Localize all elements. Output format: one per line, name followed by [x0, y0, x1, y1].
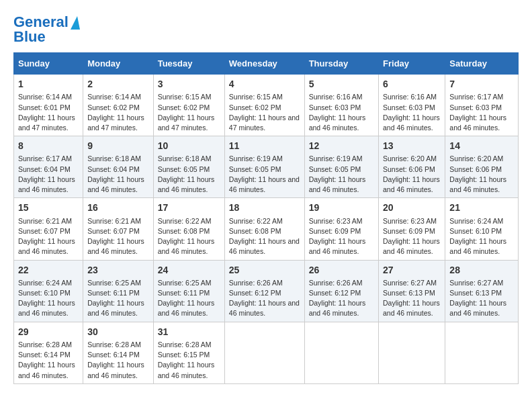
daylight-label: Daylight: 11 hours and 47 minutes. [87, 113, 144, 132]
sunrise-label: Sunrise: 6:23 AM [309, 217, 363, 225]
daylight-label: Daylight: 11 hours and 47 minutes. [229, 113, 300, 132]
sunrise-label: Sunrise: 6:20 AM [449, 154, 503, 163]
daylight-label: Daylight: 11 hours and 46 minutes. [309, 175, 366, 193]
day-cell: 25Sunrise: 6:26 AMSunset: 6:12 PMDayligh… [224, 260, 304, 322]
sunrise-label: Sunrise: 6:25 AM [158, 279, 212, 287]
week-row-3: 15Sunrise: 6:21 AMSunset: 6:07 PMDayligh… [14, 198, 519, 260]
col-header-friday: Friday [379, 53, 445, 75]
day-number: 25 [229, 263, 300, 277]
week-row-2: 8Sunrise: 6:17 AMSunset: 6:04 PMDaylight… [14, 136, 519, 198]
daylight-label: Daylight: 11 hours and 46 minutes. [158, 361, 215, 379]
sunrise-label: Sunrise: 6:28 AM [158, 340, 212, 349]
sunset-label: Sunset: 6:10 PM [18, 289, 71, 297]
day-cell: 17Sunrise: 6:22 AMSunset: 6:08 PMDayligh… [153, 198, 224, 260]
sunrise-label: Sunrise: 6:15 AM [158, 93, 212, 101]
sunset-label: Sunset: 6:07 PM [87, 227, 140, 235]
day-cell: 31Sunrise: 6:28 AMSunset: 6:15 PMDayligh… [153, 322, 224, 383]
day-cell: 26Sunrise: 6:26 AMSunset: 6:12 PMDayligh… [304, 260, 378, 322]
day-number: 18 [229, 201, 300, 214]
day-cell: 14Sunrise: 6:20 AMSunset: 6:06 PMDayligh… [445, 136, 519, 198]
daylight-label: Daylight: 11 hours and 47 minutes. [18, 113, 75, 132]
day-number: 24 [158, 263, 220, 277]
sunrise-label: Sunrise: 6:24 AM [18, 279, 72, 287]
sunrise-label: Sunrise: 6:27 AM [449, 279, 503, 287]
day-number: 21 [449, 201, 514, 214]
sunrise-label: Sunrise: 6:26 AM [309, 279, 363, 287]
sunset-label: Sunset: 6:14 PM [87, 351, 140, 359]
sunrise-label: Sunrise: 6:28 AM [18, 340, 72, 349]
sunrise-label: Sunrise: 6:16 AM [309, 93, 363, 101]
sunset-label: Sunset: 6:06 PM [383, 165, 435, 173]
calendar-header-row: SundayMondayTuesdayWednesdayThursdayFrid… [14, 53, 519, 75]
day-number: 15 [18, 201, 79, 214]
col-header-wednesday: Wednesday [224, 53, 304, 75]
sunset-label: Sunset: 6:12 PM [229, 289, 281, 297]
sunrise-label: Sunrise: 6:18 AM [87, 154, 141, 163]
daylight-label: Daylight: 11 hours and 46 minutes. [383, 113, 440, 132]
day-number: 26 [309, 263, 374, 277]
day-cell: 9Sunrise: 6:18 AMSunset: 6:04 PMDaylight… [83, 136, 154, 198]
logo-icon [71, 16, 80, 30]
day-number: 8 [18, 139, 79, 152]
daylight-label: Daylight: 11 hours and 46 minutes. [158, 237, 215, 255]
week-row-1: 1Sunrise: 6:14 AMSunset: 6:01 PMDaylight… [14, 75, 519, 136]
sunrise-label: Sunrise: 6:17 AM [449, 93, 503, 101]
day-cell: 21Sunrise: 6:24 AMSunset: 6:10 PMDayligh… [445, 198, 519, 260]
day-cell: 23Sunrise: 6:25 AMSunset: 6:11 PMDayligh… [83, 260, 154, 322]
day-cell: 24Sunrise: 6:25 AMSunset: 6:11 PMDayligh… [153, 260, 224, 322]
sunrise-label: Sunrise: 6:22 AM [158, 217, 212, 225]
calendar-table: SundayMondayTuesdayWednesdayThursdayFrid… [13, 52, 519, 384]
day-cell: 13Sunrise: 6:20 AMSunset: 6:06 PMDayligh… [379, 136, 445, 198]
daylight-label: Daylight: 11 hours and 46 minutes. [18, 175, 75, 193]
sunset-label: Sunset: 6:04 PM [18, 165, 71, 173]
day-cell: 4Sunrise: 6:15 AMSunset: 6:02 PMDaylight… [224, 75, 304, 136]
sunrise-label: Sunrise: 6:28 AM [87, 340, 141, 349]
sunset-label: Sunset: 6:09 PM [383, 227, 435, 235]
sunrise-label: Sunrise: 6:27 AM [383, 279, 437, 287]
daylight-label: Daylight: 11 hours and 46 minutes. [309, 113, 366, 132]
daylight-label: Daylight: 11 hours and 46 minutes. [158, 299, 215, 317]
day-cell: 27Sunrise: 6:27 AMSunset: 6:13 PMDayligh… [379, 260, 445, 322]
day-cell: 30Sunrise: 6:28 AMSunset: 6:14 PMDayligh… [83, 322, 154, 383]
sunrise-label: Sunrise: 6:15 AM [229, 93, 283, 101]
sunrise-label: Sunrise: 6:14 AM [18, 93, 72, 101]
daylight-label: Daylight: 11 hours and 46 minutes. [18, 237, 75, 255]
day-cell: 3Sunrise: 6:15 AMSunset: 6:02 PMDaylight… [153, 75, 224, 136]
day-cell: 15Sunrise: 6:21 AMSunset: 6:07 PMDayligh… [14, 198, 83, 260]
sunset-label: Sunset: 6:13 PM [449, 289, 502, 297]
col-header-sunday: Sunday [14, 53, 83, 75]
daylight-label: Daylight: 11 hours and 46 minutes. [18, 299, 75, 317]
sunset-label: Sunset: 6:02 PM [87, 103, 140, 111]
col-header-saturday: Saturday [445, 53, 519, 75]
day-number: 2 [87, 77, 149, 91]
day-number: 29 [18, 325, 79, 338]
logo: General Blue [13, 13, 80, 46]
sunrise-label: Sunrise: 6:19 AM [309, 154, 363, 163]
sunset-label: Sunset: 6:11 PM [87, 289, 140, 297]
day-cell: 12Sunrise: 6:19 AMSunset: 6:05 PMDayligh… [304, 136, 378, 198]
sunrise-label: Sunrise: 6:19 AM [229, 154, 283, 163]
sunrise-label: Sunrise: 6:25 AM [87, 279, 141, 287]
daylight-label: Daylight: 11 hours and 46 minutes. [383, 175, 440, 193]
day-number: 28 [449, 263, 514, 277]
daylight-label: Daylight: 11 hours and 46 minutes. [449, 113, 506, 132]
daylight-label: Daylight: 11 hours and 46 minutes. [383, 299, 440, 317]
day-cell: 11Sunrise: 6:19 AMSunset: 6:05 PMDayligh… [224, 136, 304, 198]
day-number: 16 [87, 201, 149, 214]
day-cell [445, 322, 519, 383]
sunset-label: Sunset: 6:08 PM [158, 227, 210, 235]
day-cell: 10Sunrise: 6:18 AMSunset: 6:05 PMDayligh… [153, 136, 224, 198]
day-number: 17 [158, 201, 220, 214]
day-cell: 5Sunrise: 6:16 AMSunset: 6:03 PMDaylight… [304, 75, 378, 136]
sunrise-label: Sunrise: 6:21 AM [87, 217, 141, 225]
day-number: 23 [87, 263, 149, 277]
daylight-label: Daylight: 11 hours and 46 minutes. [87, 237, 144, 255]
day-number: 14 [449, 139, 514, 152]
day-number: 4 [229, 77, 300, 91]
day-number: 6 [383, 77, 441, 91]
sunrise-label: Sunrise: 6:26 AM [229, 279, 283, 287]
day-cell: 2Sunrise: 6:14 AMSunset: 6:02 PMDaylight… [83, 75, 154, 136]
sunset-label: Sunset: 6:09 PM [309, 227, 361, 235]
logo-blue: Blue [13, 28, 46, 46]
sunrise-label: Sunrise: 6:22 AM [229, 217, 283, 225]
